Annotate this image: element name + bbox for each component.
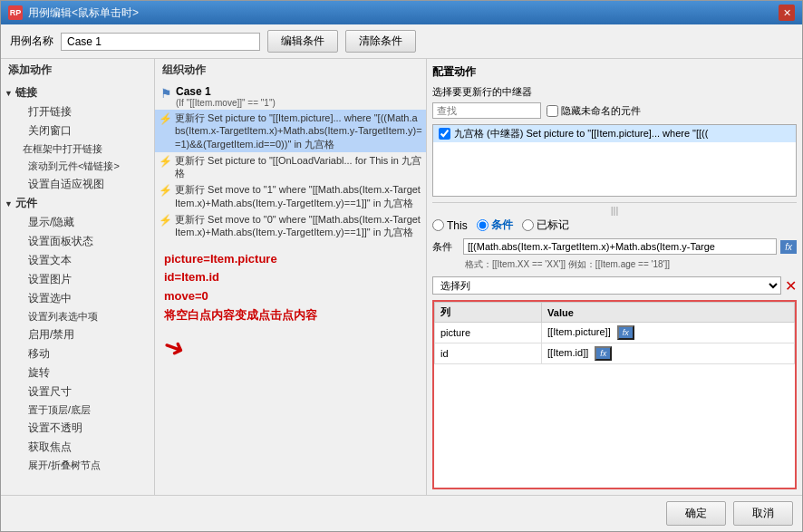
- action-set-list-item[interactable]: 设置列表选中项: [15, 308, 154, 325]
- hide-unnamed-text: 隐藏未命名的元件: [561, 104, 641, 118]
- radio-marked[interactable]: 已标记: [522, 218, 569, 233]
- group-elements-items: 显示/隐藏 设置面板状态 设置文本 设置图片 设置选中 设置列表选中项 启用/禁…: [1, 213, 154, 474]
- relay-item-name: 九宫格 (中继器) Set picture to "[[Item.picture…: [454, 127, 708, 140]
- middle-panel-header: 组织动作: [155, 59, 426, 82]
- action-row-4[interactable]: ⚡ 更新行 Set move to "0" where "[[Math.abs(…: [155, 211, 426, 241]
- hide-unnamed-checkbox[interactable]: [547, 105, 558, 117]
- table-body: picture [[Item.picture]] fx id [[Item.id…: [435, 323, 795, 364]
- group-links: ▼ 链接 打开链接 关闭窗口 在框架中打开链接 滚动到元件<锚链接> 设置自适应…: [1, 83, 154, 194]
- cancel-button[interactable]: 取消: [733, 501, 793, 526]
- group-elements-label: 元件: [15, 196, 37, 211]
- arrow-icon: ▼: [5, 89, 13, 98]
- relay-list: 九宫格 (中继器) Set picture to "[[Item.picture…: [432, 124, 797, 197]
- case-name: Case 1: [176, 85, 276, 98]
- action-show-hide[interactable]: 显示/隐藏: [15, 213, 154, 232]
- action-focus[interactable]: 获取焦点: [15, 438, 154, 457]
- edit-condition-button[interactable]: 编辑条件: [267, 30, 338, 53]
- title-bar: RP 用例编辑<鼠标单击时> ✕: [1, 1, 802, 24]
- select-col-row: 选择列 ✕: [432, 276, 797, 295]
- action-panel-state[interactable]: 设置面板状态: [15, 232, 154, 251]
- clear-condition-button[interactable]: 清除条件: [345, 30, 416, 53]
- group-elements: ▼ 元件 显示/隐藏 设置面板状态 设置文本 设置图片 设置选中 设置列表选中项…: [1, 194, 154, 474]
- name-label: 用例名称: [10, 34, 53, 49]
- table-cell-value-1: [[Item.picture]] fx: [542, 323, 795, 343]
- group-elements-header[interactable]: ▼ 元件: [1, 194, 154, 213]
- table-col-header-value: Value: [542, 303, 795, 323]
- actions-tree: ▼ 链接 打开链接 关闭窗口 在框架中打开链接 滚动到元件<锚链接> 设置自适应…: [1, 82, 154, 495]
- action-layer[interactable]: 置于顶层/底层: [15, 401, 154, 419]
- arrow-icon-2: ▼: [5, 199, 13, 208]
- middle-panel: 组织动作 ⚑ Case 1 (If "[[Item.move]]" == "1"…: [155, 59, 427, 495]
- bolt-icon-3: ⚡: [159, 184, 172, 197]
- action-open-frame[interactable]: 在框架中打开链接: [15, 140, 154, 158]
- cell-fx-button-1[interactable]: fx: [617, 325, 634, 340]
- data-table: 列 Value picture [[Item.picture]] fx: [434, 302, 795, 364]
- action-text-4: 更新行 Set move to "0" where "[[Math.abs(It…: [175, 213, 422, 239]
- annotation-arrow: ➜: [164, 333, 417, 363]
- cell-fx-button-2[interactable]: fx: [595, 346, 612, 361]
- action-enable-disable[interactable]: 启用/禁用: [15, 325, 154, 344]
- radio-this[interactable]: This: [432, 219, 468, 232]
- scroll-indicator: |||: [432, 202, 797, 218]
- action-set-image[interactable]: 设置图片: [15, 270, 154, 289]
- select-col-dropdown[interactable]: 选择列: [432, 276, 781, 295]
- radio-this-label: This: [447, 219, 468, 232]
- cell-value-text-1: [[Item.picture]]: [547, 326, 611, 337]
- action-rotate[interactable]: 旋转: [15, 363, 154, 382]
- case-name-input[interactable]: [61, 33, 260, 51]
- right-panel-header: 配置动作: [432, 64, 797, 80]
- group-links-label: 链接: [15, 85, 37, 101]
- condition-input[interactable]: [463, 238, 777, 255]
- action-row-1[interactable]: ⚡ 更新行 Set picture to "[[Item.picture]...…: [155, 110, 426, 152]
- annotation-area: picture=Item.picture id=Item.id move=0 将…: [155, 243, 426, 495]
- app-icon: RP: [8, 5, 23, 20]
- group-links-header[interactable]: ▼ 链接: [1, 83, 154, 102]
- left-panel-header: 添加动作: [1, 59, 154, 82]
- window-title: 用例编辑<鼠标单击时>: [28, 5, 139, 21]
- radio-condition[interactable]: 条件: [477, 218, 513, 233]
- action-row-2[interactable]: ⚡ 更新行 Set picture to "[[OnLoadVariabl...…: [155, 152, 426, 182]
- close-button[interactable]: ✕: [779, 5, 795, 21]
- action-text-1: 更新行 Set picture to "[[Item.picture]... w…: [175, 111, 422, 150]
- action-row-3[interactable]: ⚡ 更新行 Set move to "1" where "[[Math.abs(…: [155, 181, 426, 211]
- radio-this-input[interactable]: [432, 219, 444, 231]
- condition-row: 条件 fx: [432, 238, 797, 255]
- action-move[interactable]: 移动: [15, 344, 154, 363]
- action-set-selected[interactable]: 设置选中: [15, 289, 154, 308]
- right-panel: 配置动作 选择要更新行的中继器 隐藏未命名的元件 九宫格 (中继器) Set p…: [427, 59, 802, 495]
- case-condition: (If "[[Item.move]]" == "1"): [176, 98, 276, 108]
- sub-header: 选择要更新行的中继器: [432, 85, 797, 99]
- confirm-button[interactable]: 确定: [666, 501, 726, 526]
- radio-row: This 条件 已标记: [432, 218, 797, 233]
- hide-unnamed-label[interactable]: 隐藏未命名的元件: [547, 104, 641, 118]
- radio-condition-input[interactable]: [477, 219, 489, 231]
- action-tree-node[interactable]: 展开/折叠树节点: [15, 457, 154, 474]
- table-header: 列 Value: [435, 303, 795, 323]
- main-area: 添加动作 ▼ 链接 打开链接 关闭窗口 在框架中打开链接 滚动到元件<锚链接> …: [1, 59, 802, 495]
- delete-column-button[interactable]: ✕: [785, 277, 797, 295]
- relay-item-1[interactable]: 九宫格 (中继器) Set picture to "[[Item.picture…: [433, 125, 796, 142]
- action-opacity[interactable]: 设置不透明: [15, 419, 154, 438]
- table-row[interactable]: id [[Item.id]] fx: [435, 343, 795, 364]
- action-set-text[interactable]: 设置文本: [15, 251, 154, 270]
- condition-label: 条件: [432, 240, 460, 254]
- bottom-bar: 确定 取消: [1, 495, 802, 531]
- radio-condition-label: 条件: [491, 218, 513, 233]
- bolt-icon-4: ⚡: [159, 214, 172, 227]
- action-open-link[interactable]: 打开链接: [15, 102, 154, 121]
- condition-fx-button[interactable]: fx: [780, 240, 797, 254]
- organize-actions-tree: ⚑ Case 1 (If "[[Item.move]]" == "1") ⚡ 更…: [155, 82, 426, 243]
- table-cell-col-1: picture: [435, 323, 542, 343]
- title-bar-left: RP 用例编辑<鼠标单击时>: [8, 5, 139, 21]
- action-adaptive[interactable]: 设置自适应视图: [15, 175, 154, 194]
- radio-marked-input[interactable]: [522, 219, 534, 231]
- action-text-2: 更新行 Set picture to "[[OnLoadVariabl... f…: [175, 154, 422, 180]
- case-flag-icon: ⚑: [160, 86, 172, 101]
- search-input[interactable]: [432, 102, 541, 119]
- relay-item-checkbox[interactable]: [439, 128, 450, 140]
- annotation-line4: 将空白点内容变成点击点内容: [164, 306, 417, 325]
- table-row[interactable]: picture [[Item.picture]] fx: [435, 323, 795, 343]
- action-close-window[interactable]: 关闭窗口: [15, 121, 154, 140]
- action-scroll[interactable]: 滚动到元件<锚链接>: [15, 158, 154, 175]
- action-set-size[interactable]: 设置尺寸: [15, 382, 154, 401]
